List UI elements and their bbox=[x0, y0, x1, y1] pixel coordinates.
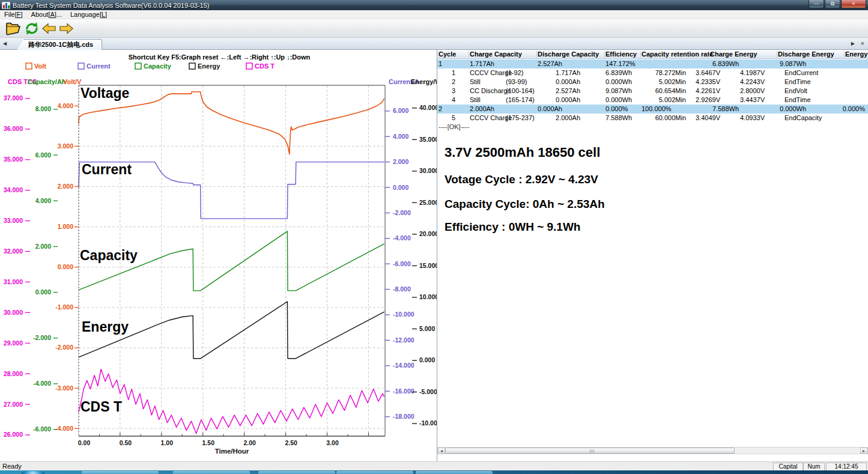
column-header[interactable]: Efficiency bbox=[605, 50, 637, 58]
tick-label-cdst: 32.000 bbox=[4, 248, 23, 255]
table-cell: 2 bbox=[439, 105, 442, 112]
table-cell: 1 bbox=[439, 60, 442, 67]
tick-label-volt: -3.000 bbox=[55, 384, 73, 392]
tab-scroll-right-icon[interactable]: ▶ bbox=[851, 41, 855, 46]
legend-checkbox-volt[interactable] bbox=[26, 63, 32, 69]
legend-checkbox-capacity[interactable] bbox=[135, 63, 141, 69]
legend-checkbox-energy[interactable] bbox=[189, 63, 195, 69]
table-cell: 3.4437V bbox=[740, 96, 765, 103]
step-row[interactable]: 3CC Discharge(100-164)2.527Ah9.087Wh60.6… bbox=[437, 87, 868, 96]
axis-title-energy: Energy/Wh bbox=[411, 78, 437, 85]
horizontal-scrollbar[interactable]: ◄ ► bbox=[437, 447, 868, 454]
step-row[interactable]: 4Still(165-174)0.000Ah0.000Wh5.002Min2.9… bbox=[437, 96, 868, 105]
step-row[interactable]: 1CCCV Charge(1-92)1.717Ah6.839Wh78.272Mi… bbox=[437, 68, 868, 77]
taskbar-button[interactable] bbox=[82, 471, 159, 474]
legend-label[interactable]: Capacity bbox=[144, 62, 172, 70]
status-clock: 14:12:45 bbox=[826, 463, 867, 471]
tick-label-energy: 40.000 bbox=[419, 104, 437, 111]
x-tick-label: 2.00 bbox=[243, 439, 256, 446]
tab-scroll-left-icon[interactable]: ◀ bbox=[3, 41, 7, 46]
table-cell: 0.000% bbox=[605, 105, 628, 112]
restore-button[interactable]: ⧉ bbox=[825, 0, 840, 8]
table-cell: (100-164) bbox=[506, 87, 535, 94]
status-bar: Ready Capital Num 14:12:45 bbox=[0, 461, 868, 470]
taskbar-button[interactable] bbox=[416, 471, 493, 474]
menu-item[interactable]: About[A]... bbox=[27, 11, 66, 18]
start-orb-icon[interactable] bbox=[22, 471, 44, 474]
table-cell: 4.0933V bbox=[740, 114, 765, 121]
series-cds-t bbox=[79, 369, 384, 434]
tick-label-cdst: 36.000 bbox=[4, 125, 23, 132]
legend-label[interactable]: Current bbox=[86, 62, 111, 70]
table-header: CycleCharge CapacityDischarge CapacityEf… bbox=[437, 50, 868, 59]
status-text: Ready bbox=[2, 463, 22, 470]
tick-label-capacity: -4.000 bbox=[33, 380, 51, 387]
tick-label-volt: 3.000 bbox=[58, 142, 73, 150]
minimize-button[interactable]: — bbox=[809, 0, 824, 8]
taskbar-button[interactable] bbox=[258, 471, 335, 474]
column-header[interactable]: Capacity retention rate bbox=[642, 50, 713, 58]
step-row[interactable]: 2Still(93-99)0.000Ah0.000Wh5.002Min4.233… bbox=[437, 77, 868, 87]
tick-label-volt: 2.000 bbox=[58, 183, 73, 190]
legend-label[interactable]: CDS T bbox=[255, 62, 275, 70]
cycle-summary-row[interactable]: 22.000Ah0.000Ah0.000%100.000%7.588Wh0.00… bbox=[437, 105, 868, 114]
series-voltage bbox=[79, 92, 384, 154]
tick-label-energy: 5.000 bbox=[419, 325, 435, 332]
menu-item[interactable]: File[F] bbox=[0, 11, 27, 18]
tick-label-volt: -4.000 bbox=[55, 425, 73, 432]
tick-label-energy: 10.000 bbox=[419, 293, 437, 300]
legend-checkbox-cds-t[interactable] bbox=[246, 63, 252, 69]
table-cell: 6.839Wh bbox=[712, 60, 739, 67]
table-cell: EndVolt bbox=[785, 87, 807, 94]
plot-label-voltage: Voltage bbox=[80, 85, 129, 101]
cycle-summary-row[interactable]: 11.717Ah2.527Ah147.172%6.839Wh9.087Wh bbox=[437, 59, 868, 68]
tick-label-volt: 1.000 bbox=[58, 223, 73, 230]
forward-arrow-icon[interactable] bbox=[59, 21, 73, 36]
legend-checkbox-current[interactable] bbox=[78, 63, 84, 69]
x-tick-label: 3.00 bbox=[326, 439, 339, 446]
column-header[interactable]: Discharge Capacity bbox=[538, 50, 599, 58]
column-header[interactable]: Discharge Energy bbox=[778, 50, 834, 58]
table-cell: (165-174) bbox=[506, 96, 535, 103]
taskbar[interactable] bbox=[0, 470, 868, 474]
refresh-icon[interactable] bbox=[24, 21, 40, 36]
table-cell: 1.717Ah bbox=[470, 60, 494, 67]
column-header[interactable]: Charge Energy bbox=[710, 50, 757, 58]
shortcut-note: Shortcut Key F5:Graph reset ←:Left →:Rig… bbox=[129, 53, 311, 61]
table-cell: 3 bbox=[452, 87, 455, 94]
tab-active[interactable]: 路华2500-1C抽电.cds bbox=[17, 39, 102, 50]
table-cell: 9.087Wh bbox=[780, 60, 806, 67]
chart-panel: 37.00036.00035.00034.00033.00032.00031.0… bbox=[0, 50, 437, 461]
tick-label-energy: 25.000 bbox=[419, 199, 437, 206]
tab-bar: ◀ 路华2500-1C抽电.cds ▶ × bbox=[0, 38, 868, 50]
open-folder-icon[interactable] bbox=[5, 21, 22, 36]
tick-label-cdst: 33.000 bbox=[4, 217, 23, 224]
table-cell: 4.1987V bbox=[740, 69, 765, 76]
tick-label-current: 6.000 bbox=[393, 107, 408, 114]
table-cell: 7.588Wh bbox=[605, 114, 632, 121]
plot-label-capacity: Capacity bbox=[80, 248, 138, 263]
legend-label[interactable]: Volt bbox=[34, 62, 46, 70]
taskbar-button[interactable] bbox=[336, 471, 413, 474]
title-bar[interactable]: Battery Test System Data Analysis Softwa… bbox=[0, 0, 868, 10]
step-row[interactable]: 5CCCV Charge(175-237)2.000Ah7.588Wh60.00… bbox=[437, 114, 868, 123]
tick-label-current: -18.000 bbox=[393, 413, 414, 420]
back-arrow-icon[interactable] bbox=[42, 21, 56, 36]
scroll-right-icon[interactable]: ► bbox=[860, 448, 867, 454]
close-button[interactable]: × bbox=[841, 0, 866, 8]
tick-label-current: -10.000 bbox=[393, 311, 414, 318]
column-header[interactable]: Energy E bbox=[845, 50, 868, 58]
battery-cycle-chart[interactable]: 37.00036.00035.00034.00033.00032.00031.0… bbox=[0, 50, 437, 461]
table-cell: 2 bbox=[452, 78, 455, 85]
scrollbar-thumb[interactable] bbox=[445, 448, 735, 454]
menu-item[interactable]: Language[L] bbox=[66, 11, 111, 18]
tab-close-icon[interactable]: × bbox=[861, 40, 864, 47]
column-header[interactable]: Charge Capacity bbox=[470, 50, 522, 58]
scroll-left-icon[interactable]: ◄ bbox=[438, 448, 445, 454]
toolbar bbox=[0, 19, 868, 38]
legend-label[interactable]: Energy bbox=[198, 62, 220, 70]
column-header[interactable]: Cycle bbox=[439, 50, 456, 58]
table-cell: EndTime bbox=[785, 78, 811, 85]
taskbar-button[interactable] bbox=[173, 471, 250, 474]
table-cell: 7.588Wh bbox=[712, 105, 739, 112]
